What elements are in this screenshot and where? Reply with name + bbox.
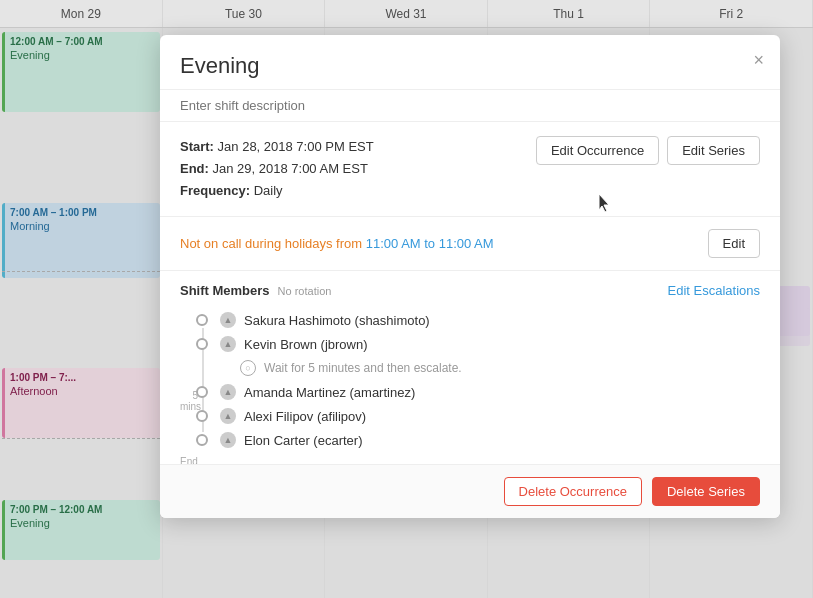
delete-series-button[interactable]: Delete Series xyxy=(652,477,760,506)
person-icon: ▲ xyxy=(220,312,236,328)
person-icon: ▲ xyxy=(220,408,236,424)
description-input[interactable] xyxy=(180,98,760,113)
timeline-dot xyxy=(196,434,208,446)
start-value: Jan 28, 2018 7:00 PM EST xyxy=(218,139,374,154)
member-name: Kevin Brown (jbrown) xyxy=(244,337,368,352)
list-item: ▲ Amanda Martinez (amartinez) xyxy=(180,380,760,404)
not-on-call-row: Not on call during holidays from 11:00 A… xyxy=(160,217,780,271)
shift-members-header: Shift Members No rotation Edit Escalatio… xyxy=(180,283,760,298)
wait-note-text: Wait for 5 minutes and then escalate. xyxy=(264,361,462,375)
person-icon: ▲ xyxy=(220,336,236,352)
modal-title: Evening xyxy=(180,53,760,79)
list-item: ▲ Sakura Hashimoto (shashimoto) xyxy=(180,308,760,332)
frequency-info: Frequency: Daily xyxy=(180,180,516,202)
clock-icon: ○ xyxy=(240,360,256,376)
list-item: ▲ Alexi Filipov (afilipov) xyxy=(180,404,760,428)
modal-header: Evening × xyxy=(160,35,780,90)
modal-info-text: Start: Jan 28, 2018 7:00 PM EST End: Jan… xyxy=(180,136,516,202)
start-info: Start: Jan 28, 2018 7:00 PM EST xyxy=(180,136,516,158)
modal-info-row: Start: Jan 28, 2018 7:00 PM EST End: Jan… xyxy=(160,122,780,217)
member-list: ▲ Sakura Hashimoto (shashimoto) ▲ Kevin … xyxy=(180,308,760,452)
edit-escalations-link[interactable]: Edit Escalations xyxy=(668,283,761,298)
member-name: Elon Carter (ecarter) xyxy=(244,433,362,448)
person-icon: ▲ xyxy=(220,432,236,448)
edit-occurrence-button[interactable]: Edit Occurrence xyxy=(536,136,659,165)
frequency-label: Frequency: xyxy=(180,183,250,198)
modal-description-section xyxy=(160,90,780,122)
edit-buttons: Edit Occurrence Edit Series xyxy=(516,136,760,165)
member-name: Sakura Hashimoto (shashimoto) xyxy=(244,313,430,328)
delete-occurrence-button[interactable]: Delete Occurrence xyxy=(504,477,642,506)
timeline-dot xyxy=(196,314,208,326)
person-icon: ▲ xyxy=(220,384,236,400)
edit-series-button[interactable]: Edit Series xyxy=(667,136,760,165)
modal-dialog: Evening × Start: Jan 28, 2018 7:00 PM ES… xyxy=(160,35,780,518)
frequency-value: Daily xyxy=(254,183,283,198)
member-name: Amanda Martinez (amartinez) xyxy=(244,385,415,400)
member-name: Alexi Filipov (afilipov) xyxy=(244,409,366,424)
not-on-call-edit-button[interactable]: Edit xyxy=(708,229,760,258)
list-item: ▲ Elon Carter (ecarter) xyxy=(180,428,760,452)
modal-footer: Delete Occurrence Delete Series xyxy=(160,464,780,518)
timeline-label-end: End xyxy=(180,456,198,464)
end-label: End: xyxy=(180,161,209,176)
end-value: Jan 29, 2018 7:00 AM EST xyxy=(213,161,368,176)
no-rotation-badge: No rotation xyxy=(278,285,332,297)
not-on-call-text: Not on call during holidays from 11:00 A… xyxy=(180,236,708,251)
start-label: Start: xyxy=(180,139,214,154)
wait-note-item: ○ Wait for 5 minutes and then escalate. xyxy=(180,356,760,380)
shift-members-section: Shift Members No rotation Edit Escalatio… xyxy=(160,271,780,464)
timeline-dot xyxy=(196,410,208,422)
shift-members-title: Shift Members xyxy=(180,283,270,298)
timeline-dot xyxy=(196,386,208,398)
modal-close-button[interactable]: × xyxy=(753,51,764,69)
end-info: End: Jan 29, 2018 7:00 AM EST xyxy=(180,158,516,180)
list-item: ▲ Kevin Brown (jbrown) xyxy=(180,332,760,356)
timeline-dot xyxy=(196,338,208,350)
